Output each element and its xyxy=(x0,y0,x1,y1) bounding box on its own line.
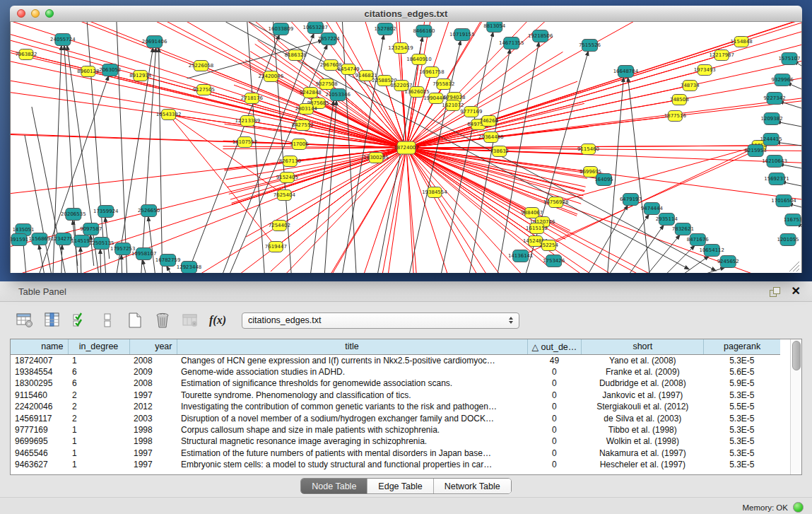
graph-node[interactable]: 9097587 xyxy=(80,223,102,235)
graph-node[interactable]: 1156869 xyxy=(28,233,50,245)
graph-node[interactable]: 7515526 xyxy=(579,40,601,52)
graph-node[interactable]: 2935114 xyxy=(656,214,678,226)
graph-node[interactable]: 7625404 xyxy=(273,190,296,201)
close-window-button[interactable] xyxy=(17,9,25,18)
graph-node[interactable]: 10654112 xyxy=(699,245,724,257)
graph-node[interactable]: 746266 xyxy=(479,116,498,127)
graph-node[interactable]: 18640910 xyxy=(406,54,432,65)
graph-node[interactable]: 1244415 xyxy=(760,134,782,146)
graph-node[interactable]: 8466160 xyxy=(413,25,435,37)
graph-node[interactable]: 7619447 xyxy=(265,242,287,252)
function-builder-button[interactable]: f(x) xyxy=(207,310,228,331)
create-column-button[interactable] xyxy=(124,310,146,331)
graph-node[interactable]: 7254402 xyxy=(269,221,290,231)
graph-node[interactable]: 10653287 xyxy=(302,22,328,34)
graph-node[interactable]: 7832621 xyxy=(672,223,694,235)
graph-node[interactable]: 8813054 xyxy=(483,22,506,33)
column-header-title[interactable]: title xyxy=(177,339,527,354)
table-options-button[interactable] xyxy=(14,310,35,331)
unselect-all-button[interactable] xyxy=(97,310,118,331)
graph-node[interactable]: 9115460 xyxy=(577,144,599,155)
column-header-name[interactable]: name xyxy=(11,339,68,354)
table-scrollbar[interactable] xyxy=(790,339,801,474)
graph-node[interactable]: 12217987 xyxy=(709,50,734,61)
graph-node[interactable]: 748508 xyxy=(670,95,689,105)
float-panel-icon[interactable] xyxy=(770,287,780,296)
graph-node[interactable]: 9242848 xyxy=(300,88,322,98)
graph-node[interactable]: 8912934 xyxy=(129,71,152,81)
network-canvas[interactable]: 7963822896012889129342522605891275051654… xyxy=(10,22,802,273)
graph-node[interactable]: 391591 xyxy=(11,234,28,246)
graph-node[interactable]: 9329966 xyxy=(772,74,794,86)
table-row[interactable]: 2242004622012Investigating the contribut… xyxy=(11,401,780,412)
graph-node[interactable]: 1575107 xyxy=(778,53,800,65)
network-graph[interactable]: 7963822896012889129342522605891275051654… xyxy=(11,22,801,273)
table-scrollbar-thumb[interactable] xyxy=(792,341,801,370)
graph-node[interactable]: 1201055 xyxy=(777,234,799,246)
graph-node[interactable]: 1209382 xyxy=(761,113,783,125)
graph-node[interactable]: 18724007 xyxy=(394,141,419,154)
graph-node[interactable]: 738632 xyxy=(490,146,509,157)
table-row[interactable]: 1456911722003Disruption of a novel membe… xyxy=(11,413,780,424)
graph-node[interactable]: 2063052 xyxy=(99,64,121,76)
minimize-window-button[interactable] xyxy=(31,9,40,18)
graph-node[interactable]: 1877516 xyxy=(664,111,686,122)
graph-node[interactable]: 2526650 xyxy=(138,205,160,217)
select-all-button[interactable] xyxy=(69,310,90,331)
graph-node[interactable]: 9127505 xyxy=(193,85,215,95)
graph-node[interactable]: 8215953 xyxy=(745,145,767,157)
graph-node[interactable]: 7857224 xyxy=(318,33,341,45)
close-panel-icon[interactable]: ✕ xyxy=(792,286,801,296)
column-header-in_degree[interactable]: in_degree xyxy=(68,339,129,354)
table-row[interactable]: 1830029562008Estimation of significance … xyxy=(11,378,780,389)
graph-node[interactable]: 19218506 xyxy=(528,30,553,42)
delete-column-button[interactable] xyxy=(152,310,173,331)
zoom-window-button[interactable] xyxy=(45,9,54,18)
table-row[interactable]: 1872400712008Changes of HCN gene express… xyxy=(11,354,780,366)
graph-node[interactable]: 9474444 xyxy=(641,203,664,215)
tab-node-table[interactable]: Node Table xyxy=(301,479,367,493)
graph-node[interactable]: 24055724 xyxy=(50,34,76,46)
graph-node[interactable]: 252254 xyxy=(539,240,558,251)
graph-node[interactable]: 16961758 xyxy=(419,67,445,78)
tab-edge-table[interactable]: Edge Table xyxy=(367,479,433,493)
table-row[interactable]: 946362711997Embryonic stem cells: a mode… xyxy=(11,459,780,470)
graph-node[interactable]: 9245652 xyxy=(717,256,739,268)
graph-node[interactable]: 20364486 xyxy=(478,132,504,143)
graph-node[interactable]: 7955812 xyxy=(433,79,454,90)
graph-node[interactable]: 116753 xyxy=(784,214,801,226)
graph-node[interactable]: 164095 xyxy=(594,174,613,186)
table-row[interactable]: 969969511998Structural magnetic resonanc… xyxy=(11,436,780,447)
table-row[interactable]: 1938455462009Genome-wide association stu… xyxy=(11,366,780,378)
table-row[interactable]: 977716911998Corpus callosum shape and si… xyxy=(11,424,780,436)
graph-node[interactable]: 9227342 xyxy=(764,93,786,105)
resize-grip-icon[interactable] xyxy=(789,262,799,271)
tab-network-table[interactable]: Network Table xyxy=(433,479,511,493)
graph-node[interactable]: 20691406 xyxy=(142,36,167,48)
graph-node[interactable]: 317006 xyxy=(290,139,309,150)
column-header-out_de[interactable]: △ out_de… xyxy=(527,339,582,354)
graph-node[interactable]: 15692371 xyxy=(764,173,789,185)
graph-node[interactable]: 1527802 xyxy=(375,23,396,35)
graph-node[interactable]: 16033809 xyxy=(269,23,294,35)
graph-node[interactable]: 748734 xyxy=(681,81,700,91)
graph-node[interactable]: 8471676 xyxy=(687,234,709,246)
table-row[interactable]: 911546021997Tourette syndrome. Phenomeno… xyxy=(11,390,780,401)
table-selector-combobox[interactable]: citations_edges.txt xyxy=(242,313,519,329)
graph-node[interactable]: 6479197 xyxy=(620,194,642,206)
graph-node[interactable]: 16210643 xyxy=(762,156,787,168)
graph-node[interactable]: 17359924 xyxy=(93,206,119,218)
graph-node[interactable]: 12325419 xyxy=(388,43,413,54)
graph-node[interactable]: 10719155 xyxy=(449,29,475,41)
graph-node[interactable]: 18107552 xyxy=(233,137,258,148)
graph-node[interactable]: 1753426 xyxy=(543,255,565,267)
table-row[interactable]: 946554611997Estimation of the future num… xyxy=(11,448,780,459)
graph-node[interactable]: 20206535 xyxy=(61,209,86,221)
show-columns-button[interactable] xyxy=(42,310,63,331)
graph-node[interactable]: 8186328 xyxy=(285,50,307,61)
column-header-year[interactable]: year xyxy=(129,339,177,354)
window-titlebar[interactable]: citations_edges.txt xyxy=(10,6,802,22)
graph-node[interactable]: 1973493 xyxy=(694,65,716,76)
column-header-pagerank[interactable]: pagerank xyxy=(704,339,780,354)
graph-node[interactable]: 1154848 xyxy=(731,37,753,47)
